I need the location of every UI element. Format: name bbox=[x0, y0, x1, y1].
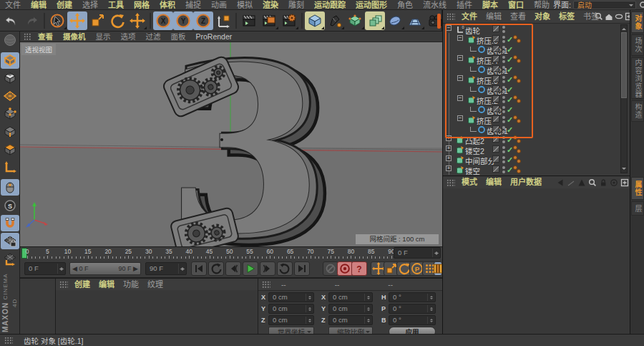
goto-end-button[interactable] bbox=[294, 261, 310, 276]
layer-swatch[interactable] bbox=[492, 95, 499, 102]
tab-layers[interactable]: 层 bbox=[631, 201, 644, 216]
menubar-item-plugins[interactable]: 插件 bbox=[452, 0, 477, 10]
object-row-挤压.4[interactable]: −挤压.4✓ bbox=[443, 54, 630, 64]
viewport-menu-panel[interactable]: 面板 bbox=[166, 32, 191, 42]
autokey-toggle-button[interactable]: ? bbox=[351, 261, 367, 276]
tag-ball-icon[interactable] bbox=[517, 119, 521, 123]
render-visibility-dot[interactable] bbox=[502, 150, 505, 153]
menubar-item-select[interactable]: 选择 bbox=[77, 0, 103, 10]
spinner-arrows-icon[interactable] bbox=[306, 305, 313, 312]
material-list-area[interactable] bbox=[56, 290, 258, 334]
spinner-arrows-icon[interactable] bbox=[432, 249, 439, 257]
workplane-lock-button[interactable] bbox=[1, 233, 19, 249]
move-tool-button[interactable] bbox=[67, 11, 87, 30]
editor-visibility-dot[interactable] bbox=[502, 136, 505, 139]
generators-button[interactable] bbox=[345, 11, 365, 30]
object-row-挤压[interactable]: −挤压✓ bbox=[443, 115, 630, 125]
layer-swatch[interactable] bbox=[492, 85, 499, 92]
layer-swatch[interactable] bbox=[492, 155, 499, 163]
object-row-齿轮[interactable]: 齿轮✓ bbox=[443, 105, 630, 115]
enabled-checkmark[interactable]: ✓ bbox=[507, 45, 513, 54]
enabled-checkmark[interactable]: ✓ bbox=[507, 125, 513, 135]
texture-mode-button[interactable] bbox=[1, 70, 19, 87]
enabled-checkmark[interactable]: ✓ bbox=[507, 105, 513, 115]
panel-grip[interactable] bbox=[59, 281, 68, 288]
layer-swatch[interactable] bbox=[492, 115, 499, 122]
coord-input-1-Y[interactable]: 0 cm bbox=[328, 304, 373, 314]
enabled-checkmark[interactable]: ✓ bbox=[507, 95, 513, 105]
layer-swatch[interactable] bbox=[492, 65, 499, 72]
tab-structure[interactable]: 构造 bbox=[631, 100, 644, 122]
material-menu-function[interactable]: 功能 bbox=[119, 279, 143, 290]
om-scrollbar[interactable] bbox=[620, 24, 628, 173]
viewport-view-label[interactable]: 透视视图 bbox=[21, 44, 56, 55]
keyframe-selection-button[interactable] bbox=[434, 261, 442, 276]
viewport-canvas[interactable]: 3 3 3 bbox=[20, 42, 442, 247]
scale-tool-button[interactable] bbox=[87, 11, 107, 30]
enabled-checkmark[interactable]: ✓ bbox=[507, 165, 513, 175]
back-arrow-icon[interactable] bbox=[556, 178, 565, 187]
menubar-item-file[interactable]: 文件 bbox=[0, 0, 26, 10]
lock-icon[interactable] bbox=[599, 178, 608, 187]
viewport-menu-display[interactable]: 显示 bbox=[91, 32, 116, 42]
record-disabled-button[interactable] bbox=[323, 261, 338, 276]
viewport-menu-cameras[interactable]: 摄像机 bbox=[58, 32, 91, 42]
render-visibility-dot[interactable] bbox=[502, 170, 505, 173]
deformers-button[interactable] bbox=[385, 11, 405, 30]
end-frame-input[interactable]: 90 F bbox=[145, 262, 187, 275]
render-visibility-dot[interactable] bbox=[502, 60, 505, 63]
expand-toggle[interactable]: − bbox=[457, 75, 463, 81]
spinner-arrows-icon[interactable] bbox=[178, 264, 185, 274]
render-view-button[interactable] bbox=[239, 11, 259, 30]
scroll-up-icon[interactable] bbox=[622, 26, 626, 30]
expand-toggle[interactable]: − bbox=[457, 115, 463, 121]
expand-toggle[interactable]: − bbox=[446, 25, 452, 31]
menubar-item-volume[interactable]: 体积 bbox=[155, 0, 180, 10]
spinner-arrows-icon[interactable] bbox=[427, 294, 434, 301]
add-box-icon[interactable] bbox=[620, 178, 629, 187]
viewport-solo-button[interactable] bbox=[1, 179, 19, 196]
layer-swatch[interactable] bbox=[492, 45, 499, 52]
rotate-tool-button[interactable] bbox=[107, 11, 127, 30]
object-row-齿轮.1[interactable]: 齿轮.1✓ bbox=[443, 85, 630, 95]
tag-ball-icon[interactable] bbox=[517, 139, 521, 143]
expand-toggle[interactable]: + bbox=[446, 165, 452, 171]
render-visibility-dot[interactable] bbox=[502, 120, 505, 123]
snap-enable-button[interactable] bbox=[1, 215, 19, 231]
menubar-item-tools[interactable]: 工具 bbox=[103, 0, 129, 10]
coord-input-1-X[interactable]: 0 cm bbox=[328, 292, 373, 302]
editor-visibility-dot[interactable] bbox=[502, 46, 505, 49]
menubar-item-window[interactable]: 窗口 bbox=[503, 0, 529, 10]
enabled-checkmark[interactable]: ✓ bbox=[507, 135, 513, 145]
coord-input-1-Z[interactable]: 0 cm bbox=[328, 315, 373, 325]
enabled-checkmark[interactable]: ✓ bbox=[507, 55, 513, 64]
coord-input-0-Y[interactable]: 0 cm bbox=[268, 304, 314, 314]
render-visibility-dot[interactable] bbox=[502, 80, 505, 83]
object-row-凸起2[interactable]: +凸起2✓ bbox=[443, 135, 630, 145]
layer-swatch[interactable] bbox=[492, 145, 499, 153]
layer-swatch[interactable] bbox=[492, 125, 499, 133]
up-arrow-icon[interactable] bbox=[577, 178, 586, 187]
viewport-menu-options[interactable]: 选项 bbox=[116, 32, 141, 42]
menubar-item-character[interactable]: 角色 bbox=[392, 0, 418, 10]
material-menu-create[interactable]: 创建 bbox=[70, 279, 94, 290]
menubar-item-animate[interactable]: 动画 bbox=[206, 0, 232, 10]
spinner-arrows-icon[interactable] bbox=[306, 317, 313, 324]
live-selection-button[interactable] bbox=[47, 11, 67, 30]
polygons-mode-button[interactable] bbox=[1, 142, 19, 158]
enabled-checkmark[interactable]: ✓ bbox=[507, 75, 513, 85]
menubar-item-mesh[interactable]: 网格 bbox=[129, 0, 155, 10]
expand-toggle[interactable]: + bbox=[446, 145, 452, 151]
goto-start-button[interactable] bbox=[191, 261, 207, 276]
panel-grip[interactable] bbox=[447, 179, 455, 186]
object-row-齿轮.1[interactable]: 齿轮.1✓ bbox=[443, 64, 630, 75]
editor-visibility-dot[interactable] bbox=[502, 96, 505, 99]
snap-settings-button[interactable]: S bbox=[1, 197, 19, 213]
scroll-thumb[interactable] bbox=[621, 32, 627, 98]
editor-visibility-dot[interactable] bbox=[502, 166, 505, 169]
lock-x-button[interactable]: X bbox=[153, 11, 173, 30]
enabled-checkmark[interactable]: ✓ bbox=[507, 115, 513, 125]
menubar-item-render[interactable]: 渲染 bbox=[258, 0, 283, 10]
extrude-group-button[interactable] bbox=[365, 11, 385, 30]
panel-grip[interactable] bbox=[24, 33, 31, 40]
